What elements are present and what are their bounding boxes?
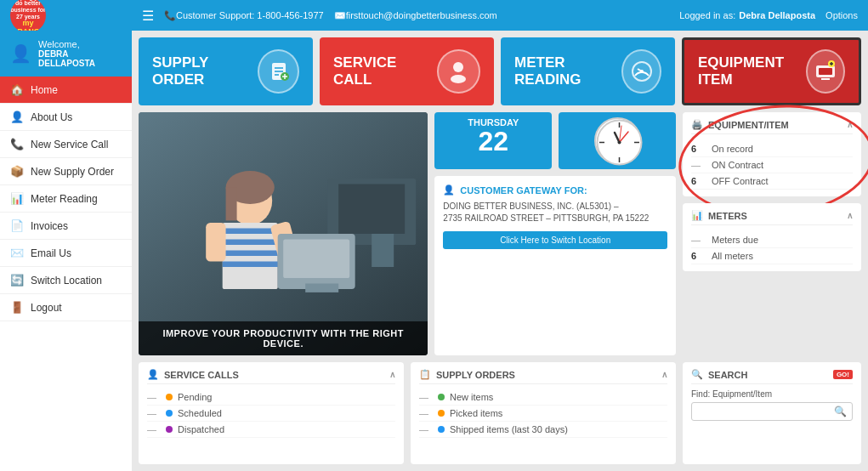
new-dash: —	[419, 392, 433, 402]
sidebar-item-email-us[interactable]: ✉️ Email Us	[0, 240, 132, 267]
sidebar-label-invoices: Invoices	[31, 220, 68, 232]
supply-order-button[interactable]: SUPPLY ORDER	[139, 37, 313, 105]
supply-orders-row-new: — New items	[419, 389, 667, 406]
bottom-section: 👤 SERVICE CALLS ∧ — Pending — Scheduled	[139, 362, 861, 464]
sidebar-label-service: New Service Call	[31, 139, 108, 150]
sidebar-item-meter-reading[interactable]: 📊 Meter Reading	[0, 185, 132, 213]
sidebar-item-new-supply-order[interactable]: 📦 New Supply Order	[0, 158, 132, 185]
support-phone: Customer Support: 1-800-456-1977	[176, 10, 324, 20]
image-caption: IMPROVE YOUR PRODUCTIVITY WITH THE RIGHT…	[139, 321, 428, 355]
sidebar-user-name: Debra Dellaposta	[38, 49, 122, 68]
equipment-on-contract-count: —	[691, 160, 705, 170]
meter-reading-button[interactable]: METER READING	[501, 37, 675, 105]
equipment-off-contract-label: OFF Contract	[712, 176, 853, 186]
equipment-item-btn-icon	[806, 49, 845, 94]
shipped-dot	[438, 426, 445, 433]
sidebar-item-home[interactable]: 🏠 Home	[0, 77, 132, 104]
pending-dash: —	[147, 392, 161, 402]
equipment-row-on-contract: — ON Contract	[691, 157, 853, 173]
email-nav-icon: ✉️	[10, 247, 24, 259]
service-call-label: SERVICE CALL	[333, 54, 437, 89]
scheduled-label: Scheduled	[178, 408, 222, 418]
service-call-icon: 📞	[10, 138, 24, 150]
service-calls-chevron[interactable]: ∧	[389, 370, 395, 379]
svg-rect-28	[223, 251, 278, 257]
service-call-button[interactable]: SERVICE CALL	[320, 37, 494, 105]
clock-widget	[559, 112, 676, 169]
svg-rect-33	[283, 240, 349, 279]
equipment-chevron-icon[interactable]: ∧	[847, 120, 853, 129]
meters-chevron-icon[interactable]: ∧	[847, 211, 853, 220]
gateway-title-text: CUSTOMER GATEWAY FOR:	[460, 185, 587, 196]
welcome-label: Welcome,	[38, 39, 122, 49]
sidebar-label-about: About Us	[31, 111, 72, 123]
logged-in-label: Logged in as:	[679, 10, 735, 20]
meters-row-all: 6 All meters	[691, 248, 853, 264]
svg-point-11	[640, 70, 644, 73]
search-badge[interactable]: GO!	[833, 370, 853, 379]
equipment-on-record-label: On record	[712, 144, 853, 154]
meter-icon: 📊	[10, 192, 24, 205]
equipment-row-off-contract: 6 OFF Contract	[691, 173, 853, 190]
sidebar-item-new-service-call[interactable]: 📞 New Service Call	[0, 131, 132, 158]
main-layout: 👤 Welcome, Debra Dellaposta 🏠 Home 👤 Abo…	[0, 31, 868, 471]
gateway-company: DOING BETTER BUSINESS, INC. (AL5301) –	[443, 201, 667, 213]
switch-location-button[interactable]: Click Here to Switch Location	[443, 231, 667, 249]
svg-point-8	[451, 75, 466, 83]
meters-card-icon: 📊	[691, 210, 703, 221]
sidebar-label-switch: Switch Location	[31, 275, 102, 287]
hamburger-menu[interactable]: ☰	[142, 8, 154, 24]
customer-gateway-card: 👤 CUSTOMER GATEWAY FOR: DOING BETTER BUS…	[434, 176, 676, 355]
supply-order-icon	[258, 49, 299, 94]
supply-orders-chevron[interactable]: ∧	[661, 370, 667, 379]
search-title-text: SEARCH	[708, 370, 747, 380]
service-calls-title: 👤 SERVICE CALLS ∧	[147, 369, 395, 384]
svg-rect-26	[223, 229, 278, 235]
sidebar-item-logout[interactable]: 🚪 Logout	[0, 294, 132, 321]
new-items-label: New items	[450, 392, 493, 402]
calendar-day-num: 22	[440, 128, 547, 155]
sidebar-item-invoices[interactable]: 📄 Invoices	[0, 213, 132, 240]
sidebar: 👤 Welcome, Debra Dellaposta 🏠 Home 👤 Abo…	[0, 31, 132, 471]
svg-rect-20	[338, 184, 405, 235]
options-link[interactable]: Options	[825, 10, 858, 20]
switch-icon: 🔄	[10, 274, 24, 287]
middle-section: IMPROVE YOUR PRODUCTIVITY WITH THE RIGHT…	[139, 112, 861, 355]
search-box: 🔍	[691, 402, 853, 421]
home-icon: 🏠	[10, 83, 24, 96]
clock-face	[594, 117, 641, 164]
top-bar: Helping you do betterbusiness for 27 yea…	[0, 0, 868, 31]
svg-point-7	[453, 62, 463, 72]
hero-image-panel: IMPROVE YOUR PRODUCTIVITY WITH THE RIGHT…	[139, 112, 428, 355]
equipment-item-label: EQUIPMENT ITEM	[698, 54, 806, 89]
svg-rect-24	[226, 187, 237, 220]
user-avatar-icon: 👤	[10, 43, 31, 64]
meters-row-due: — Meters due	[691, 232, 853, 248]
action-buttons-row: SUPPLY ORDER SERVICE CALL	[139, 37, 861, 105]
service-calls-title-text: SERVICE CALLS	[164, 370, 239, 380]
meter-reading-btn-icon	[621, 49, 661, 94]
search-submit-icon[interactable]: 🔍	[834, 406, 847, 417]
sidebar-item-about-us[interactable]: 👤 About Us	[0, 104, 132, 131]
support-email: firsttouch@doingbetterbusiness.com	[346, 10, 497, 20]
picked-label: Picked items	[450, 408, 502, 418]
dispatched-label: Dispatched	[178, 424, 224, 434]
service-calls-row-scheduled: — Scheduled	[147, 406, 395, 422]
sidebar-label-meter: Meter Reading	[31, 193, 98, 205]
search-title: 🔍 SEARCH GO!	[691, 369, 853, 384]
supply-order-label: SUPPLY ORDER	[152, 54, 258, 89]
logged-in-user: Debra Dellaposta	[739, 10, 815, 20]
svg-rect-13	[819, 68, 832, 75]
content-area: SUPPLY ORDER SERVICE CALL	[132, 31, 868, 471]
supply-orders-icon: 📋	[419, 369, 431, 380]
meters-card: 📊 METERS ∧ — Meters due 6 All meters	[683, 203, 861, 271]
search-find-label: Find: Equipment/Item	[691, 389, 853, 399]
svg-rect-27	[223, 240, 278, 246]
search-input[interactable]	[697, 406, 834, 417]
equipment-item-button[interactable]: EQUIPMENT ITEM	[682, 37, 861, 105]
sidebar-header: 👤 Welcome, Debra Dellaposta	[0, 31, 132, 77]
picked-dot	[438, 410, 445, 417]
equipment-row-on-record: 6 On record	[691, 141, 853, 157]
sidebar-label-email: Email Us	[31, 247, 71, 259]
sidebar-item-switch-location[interactable]: 🔄 Switch Location	[0, 267, 132, 294]
